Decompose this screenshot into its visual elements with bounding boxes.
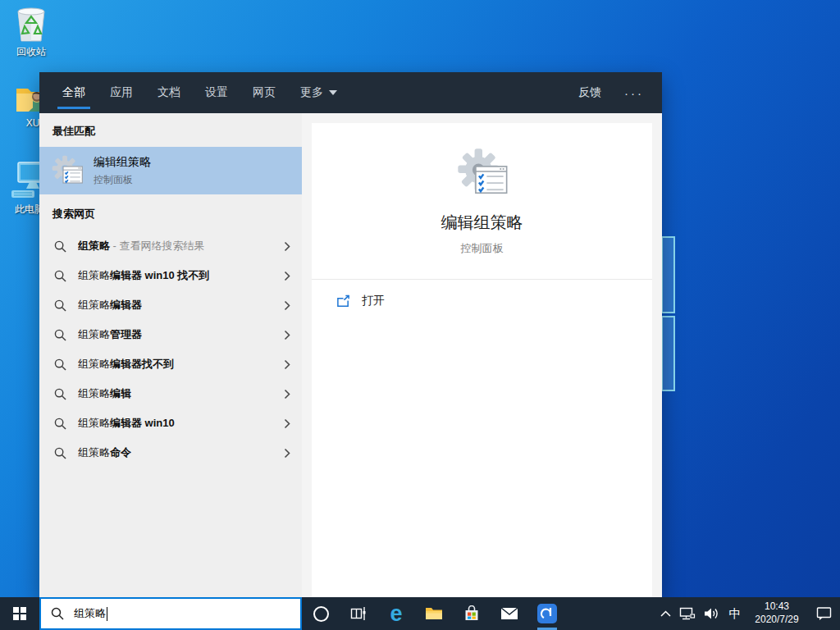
- best-match-header: 最佳匹配: [39, 113, 302, 147]
- search-query-text: 组策略: [74, 606, 106, 621]
- search-icon: [54, 447, 66, 459]
- chevron-up-icon: [660, 610, 671, 617]
- pinned-app-icon: [536, 603, 558, 624]
- tab-more[interactable]: 更多: [300, 72, 337, 113]
- web-suggestion-row[interactable]: 组策略编辑器 win10 找不到: [39, 261, 302, 290]
- chevron-right-icon: [284, 330, 290, 340]
- search-icon: [54, 418, 66, 430]
- search-icon: [54, 329, 66, 341]
- pinned-app-button[interactable]: [528, 597, 566, 630]
- web-suggestion-row[interactable]: 组策略编辑器找不到: [39, 349, 302, 379]
- cortana-button[interactable]: [302, 597, 340, 630]
- web-suggestion-row[interactable]: 组策略编辑器 win10: [39, 409, 302, 438]
- desktop: 回收站 XU 此电脑 全部 应用 文档: [0, 0, 840, 630]
- best-match-item[interactable]: 编辑组策略 控制面板: [39, 147, 302, 194]
- open-external-icon: [336, 294, 350, 308]
- search-icon: [54, 270, 66, 282]
- taskbar-search-box[interactable]: 组策略: [39, 597, 302, 630]
- file-explorer-icon: [425, 606, 443, 621]
- chevron-right-icon: [284, 241, 290, 252]
- clock[interactable]: 10:43 2020/7/29: [746, 600, 807, 626]
- search-icon: [54, 299, 66, 312]
- system-tray: 中 10:43 2020/7/29: [655, 597, 840, 630]
- chevron-right-icon: [284, 389, 290, 399]
- web-suggestion-row[interactable]: 组策略 - 查看网络搜索结果: [39, 231, 302, 261]
- search-tabs: 全部 应用 文档 设置 网页 更多: [62, 72, 337, 113]
- recycle-bin-icon: [14, 5, 48, 43]
- web-suggestion-row[interactable]: 组策略管理器: [39, 320, 302, 349]
- search-results-list: 最佳匹配: [39, 113, 302, 597]
- more-options-button[interactable]: ···: [624, 86, 644, 100]
- tab-more-label: 更多: [300, 85, 323, 100]
- desktop-icon-recycle-bin[interactable]: 回收站: [7, 5, 56, 59]
- clock-date: 2020/7/29: [755, 614, 798, 627]
- edge-button[interactable]: e: [377, 597, 415, 630]
- tab-all[interactable]: 全部: [62, 72, 85, 113]
- taskbar: 组策略 e: [0, 597, 840, 630]
- open-label: 打开: [362, 294, 385, 308]
- tray-overflow-button[interactable]: [655, 597, 676, 630]
- cortana-icon: [313, 606, 329, 622]
- speaker-icon: [704, 607, 719, 620]
- notification-icon: [816, 606, 832, 621]
- chevron-right-icon: [284, 448, 290, 459]
- chevron-right-icon: [284, 359, 290, 370]
- chevron-right-icon: [284, 300, 290, 311]
- open-action[interactable]: 打开: [312, 280, 652, 322]
- chevron-right-icon: [284, 418, 290, 429]
- ime-indicator[interactable]: 中: [724, 597, 746, 630]
- group-policy-icon-large: [454, 148, 510, 199]
- detail-title: 编辑组策略: [441, 212, 523, 234]
- chevron-right-icon: [284, 271, 290, 281]
- tab-documents[interactable]: 文档: [158, 72, 180, 113]
- search-icon: [54, 388, 66, 400]
- web-suggestion-row[interactable]: 组策略编辑器: [39, 290, 302, 320]
- text-cursor: [107, 607, 107, 621]
- web-suggestion-row[interactable]: 组策略编辑: [39, 379, 302, 409]
- ethernet-network-icon: [679, 607, 696, 621]
- edge-icon: e: [390, 603, 402, 625]
- detail-card: 编辑组策略 控制面板 打开: [312, 123, 652, 597]
- start-button[interactable]: [0, 597, 39, 630]
- feedback-button[interactable]: 反馈: [578, 85, 601, 100]
- search-flyout-panel: 全部 应用 文档 设置 网页 更多 反馈 ··· 最佳匹配: [39, 72, 662, 597]
- search-icon: [51, 607, 64, 620]
- detail-subtitle: 控制面板: [461, 241, 504, 256]
- search-filter-bar: 全部 应用 文档 设置 网页 更多 反馈 ···: [39, 72, 662, 113]
- tab-apps[interactable]: 应用: [110, 72, 133, 113]
- tab-settings[interactable]: 设置: [205, 72, 228, 113]
- search-icon: [54, 240, 66, 253]
- action-center-button[interactable]: [807, 597, 840, 630]
- search-web-header: 搜索网页: [39, 194, 302, 231]
- group-policy-icon: [51, 154, 84, 187]
- volume-button[interactable]: [699, 597, 724, 630]
- store-button[interactable]: [453, 597, 491, 630]
- windows-logo-icon: [13, 607, 26, 620]
- best-match-title: 编辑组策略: [94, 155, 151, 170]
- web-suggestion-row[interactable]: 组策略命令: [39, 438, 302, 468]
- desktop-icon-label: XU: [26, 117, 40, 129]
- task-view-button[interactable]: [340, 597, 377, 630]
- desktop-icon-label: 回收站: [16, 45, 46, 59]
- network-button[interactable]: [676, 597, 699, 630]
- file-explorer-button[interactable]: [415, 597, 453, 630]
- search-detail-pane: 编辑组策略 控制面板 打开: [302, 113, 662, 597]
- tab-web[interactable]: 网页: [253, 72, 276, 113]
- task-view-icon: [350, 606, 367, 621]
- best-match-subtitle: 控制面板: [94, 173, 151, 187]
- mail-icon: [500, 607, 518, 620]
- store-icon: [463, 605, 480, 622]
- chevron-down-icon: [329, 90, 337, 95]
- clock-time: 10:43: [765, 600, 789, 614]
- search-icon: [54, 358, 66, 371]
- mail-button[interactable]: [491, 597, 528, 630]
- wallpaper-logo-fragment: [661, 236, 675, 391]
